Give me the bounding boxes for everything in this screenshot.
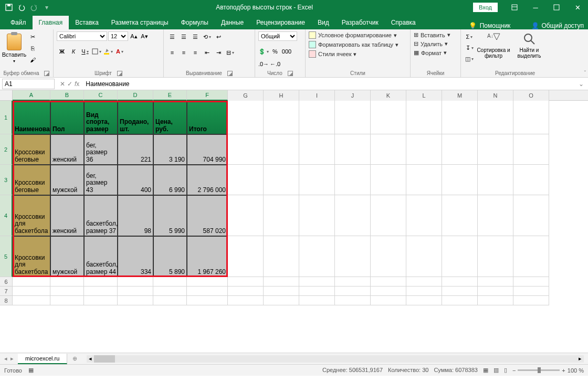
- column-header[interactable]: H: [264, 90, 299, 101]
- cell[interactable]: [228, 195, 264, 236]
- cell[interactable]: [264, 236, 299, 277]
- fill-icon[interactable]: ↧: [464, 43, 475, 53]
- cell-styles-button[interactable]: Стили ячеек ▾: [309, 50, 356, 58]
- cell[interactable]: Вид спорта, размер: [84, 101, 118, 134]
- zoom-control[interactable]: −+ 100 %: [512, 367, 584, 374]
- sort-filter-button[interactable]: A↓ Сортировка и фильтр: [477, 31, 510, 59]
- column-header[interactable]: O: [513, 90, 549, 101]
- cell[interactable]: [335, 134, 371, 165]
- cell[interactable]: [264, 134, 299, 165]
- cell[interactable]: [153, 296, 187, 305]
- cell[interactable]: [264, 101, 299, 134]
- cell[interactable]: [371, 236, 406, 277]
- row-header[interactable]: 7: [0, 286, 13, 296]
- column-header[interactable]: I: [299, 90, 335, 101]
- accounting-icon[interactable]: 💲: [258, 46, 269, 57]
- cell[interactable]: [513, 195, 549, 236]
- cell[interactable]: [187, 296, 228, 305]
- cell[interactable]: [228, 165, 264, 195]
- new-sheet-icon[interactable]: ⊕: [67, 355, 82, 362]
- cell[interactable]: [513, 165, 549, 195]
- delete-cells-button[interactable]: ⊟Удалить ▾: [414, 40, 448, 47]
- cell[interactable]: [264, 277, 299, 286]
- sheet-tab[interactable]: microexcel.ru: [18, 354, 67, 364]
- dialog-launcher-icon[interactable]: [288, 71, 293, 76]
- column-header[interactable]: E: [153, 90, 187, 101]
- font-name-select[interactable]: Calibri: [57, 31, 107, 41]
- cell[interactable]: [299, 101, 335, 134]
- cell[interactable]: [406, 134, 442, 165]
- cancel-formula-icon[interactable]: ✕: [60, 80, 65, 88]
- column-header[interactable]: D: [118, 90, 153, 101]
- column-header[interactable]: G: [228, 90, 264, 101]
- dialog-launcher-icon[interactable]: [44, 71, 49, 76]
- autosum-icon[interactable]: Σ: [464, 31, 475, 42]
- login-button[interactable]: Вход: [473, 3, 498, 12]
- cell[interactable]: [406, 236, 442, 277]
- merge-icon[interactable]: ⊟: [225, 47, 235, 58]
- cell[interactable]: [13, 296, 50, 305]
- cell[interactable]: 400: [118, 165, 153, 195]
- cell[interactable]: [478, 101, 513, 134]
- cell[interactable]: [299, 165, 335, 195]
- tab-разметка страницы[interactable]: Разметка страницы: [105, 16, 175, 29]
- cell[interactable]: [299, 296, 335, 305]
- clear-icon[interactable]: ◫: [464, 54, 475, 64]
- border-button[interactable]: [91, 46, 102, 57]
- lightbulb-icon[interactable]: 💡: [469, 22, 477, 29]
- view-pagelayout-icon[interactable]: ▥: [494, 367, 499, 374]
- cell[interactable]: [371, 286, 406, 296]
- tab-вставка[interactable]: Вставка: [69, 16, 105, 29]
- cell[interactable]: баскетбол, размер 44: [84, 236, 118, 277]
- cell[interactable]: бег, размер 43: [84, 165, 118, 195]
- tab-вид[interactable]: Вид: [311, 16, 335, 29]
- fx-icon[interactable]: fx: [75, 80, 79, 88]
- expand-formula-icon[interactable]: ⌄: [574, 80, 588, 88]
- cell[interactable]: [84, 296, 118, 305]
- horizontal-scrollbar[interactable]: ◂ ▸: [87, 355, 584, 363]
- cell[interactable]: [442, 296, 478, 305]
- cell[interactable]: [13, 286, 50, 296]
- cell[interactable]: [187, 286, 228, 296]
- wrap-text-icon[interactable]: ↩: [213, 31, 224, 42]
- indent-increase-icon[interactable]: ⇥: [213, 47, 224, 58]
- column-header[interactable]: M: [442, 90, 478, 101]
- cell[interactable]: [513, 101, 549, 134]
- cell[interactable]: [299, 134, 335, 165]
- cell[interactable]: Наименование: [13, 101, 50, 134]
- cell[interactable]: [228, 236, 264, 277]
- orientation-icon[interactable]: ⟲: [202, 31, 212, 42]
- fill-color-button[interactable]: [103, 46, 113, 57]
- cell[interactable]: [478, 165, 513, 195]
- qat-customize-icon[interactable]: ▾: [41, 2, 52, 13]
- cell[interactable]: [371, 296, 406, 305]
- row-header[interactable]: 6: [0, 277, 13, 286]
- indent-decrease-icon[interactable]: ⇤: [202, 47, 212, 58]
- cell[interactable]: баскетбол, размер 37: [84, 195, 118, 236]
- macro-record-icon[interactable]: ▦: [28, 367, 34, 374]
- dialog-launcher-icon[interactable]: [227, 71, 233, 76]
- tab-справка[interactable]: Справка: [385, 16, 422, 29]
- worksheet-grid[interactable]: ABCDEFGHIJKLMNO 12345678 НаименованиеПол…: [0, 90, 588, 353]
- cell[interactable]: [335, 277, 371, 286]
- cell[interactable]: [264, 286, 299, 296]
- cell[interactable]: 5 890: [153, 236, 187, 277]
- align-right-icon[interactable]: ≡: [190, 47, 201, 58]
- ribbon-options-icon[interactable]: [504, 0, 525, 15]
- align-middle-icon[interactable]: ☰: [178, 31, 189, 42]
- cell[interactable]: [118, 296, 153, 305]
- format-as-table-button[interactable]: Форматировать как таблицу ▾: [309, 41, 398, 48]
- format-painter-icon[interactable]: 🖌: [27, 55, 38, 65]
- cell[interactable]: [228, 296, 264, 305]
- bold-button[interactable]: Ж: [57, 46, 67, 57]
- cell[interactable]: [442, 286, 478, 296]
- cell[interactable]: [442, 236, 478, 277]
- cell[interactable]: [478, 236, 513, 277]
- cell[interactable]: [513, 134, 549, 165]
- cell[interactable]: Кроссовки беговые: [13, 134, 50, 165]
- cell[interactable]: 6 990: [153, 165, 187, 195]
- cell[interactable]: 334: [118, 236, 153, 277]
- column-header[interactable]: L: [406, 90, 442, 101]
- column-header[interactable]: K: [371, 90, 406, 101]
- close-icon[interactable]: ✕: [567, 0, 588, 15]
